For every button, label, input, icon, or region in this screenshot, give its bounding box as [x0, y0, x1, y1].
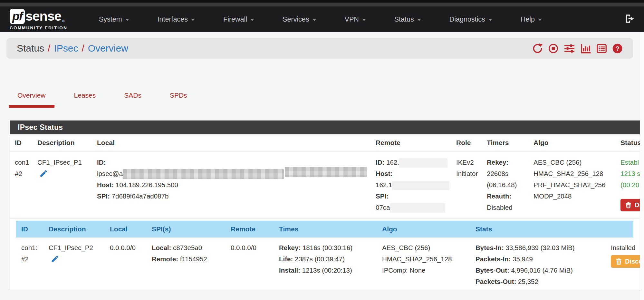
col-algo: Algo — [382, 225, 476, 233]
chevron-down-icon — [191, 19, 195, 21]
breadcrumb: Status / IPsec / Overview — [17, 43, 128, 54]
cell-description: CF1_IPsec_P2 — [49, 242, 110, 287]
pfsense-ipsec-status-page: pf sense ® COMMUNITY EDITION System Inte… — [0, 0, 644, 300]
logo-sense-text: sense — [25, 9, 61, 24]
panel-title: IPsec Status — [10, 121, 644, 134]
logo-registered-mark: ® — [62, 19, 64, 23]
phase2-row: con1:#2 CF1_IPsec_P2 0.0.0.0/0 Local: c8… — [16, 237, 644, 290]
breadcrumb-separator: / — [82, 43, 84, 54]
window-top-strip-2 — [0, 3, 644, 6]
tab-spds[interactable]: SPDs — [161, 92, 196, 108]
cell-role: IKEv2Initiator — [456, 157, 487, 213]
col-algo: Algo — [533, 139, 620, 147]
phase1-table-header: ID Description Local Remote Role Timers … — [10, 134, 644, 151]
cell-timers: Rekey: 22608s (06:16:48) Reauth: Disable… — [487, 157, 533, 213]
col-role: Role — [456, 139, 487, 147]
menu-services[interactable]: Services — [283, 15, 316, 24]
cell-algo: AES_CBC (256) HMAC_SHA2_256_128 IPComp: … — [382, 242, 476, 287]
col-spis: SPI(s) — [152, 225, 231, 233]
pfsense-logo[interactable]: pf sense ® COMMUNITY EDITION — [10, 9, 67, 30]
col-remote: Remote — [231, 225, 279, 233]
cell-local: 0.0.0.0/0 — [110, 242, 152, 287]
main-menu: System Interfaces Firewall Services VPN … — [99, 15, 542, 24]
phase2-table-header: ID Description Local SPI(s) Remote Times… — [16, 221, 633, 237]
edit-pencil-icon[interactable] — [39, 169, 48, 178]
menu-system[interactable]: System — [99, 15, 129, 24]
tab-overview[interactable]: Overview — [9, 92, 54, 108]
redacted-block — [392, 181, 449, 190]
cell-id: con1:#2 — [21, 242, 49, 287]
chevron-down-icon — [125, 19, 129, 21]
col-id: ID — [15, 139, 37, 147]
cell-remote: 0.0.0.0/0 — [231, 242, 279, 287]
help-icon[interactable]: ? — [612, 43, 623, 54]
menu-vpn[interactable]: VPN — [345, 15, 366, 24]
cell-id: con1#2 — [15, 157, 37, 213]
cell-stats: Bytes-In: 33,586,939 (32.03 MiB) Packets… — [476, 242, 611, 287]
cell-spis: Local: c873e5a0 Remote: f1154952 — [152, 242, 231, 287]
col-stats: Stats — [476, 225, 611, 233]
cell-times: Rekey: 1816s (00:30:16) Life: 2387s (00:… — [279, 242, 382, 287]
phase1-row: con1#2 CF1_IPsec_P1 ID: ipsec@a Host: 10… — [10, 151, 644, 218]
col-id: ID — [21, 225, 49, 233]
cell-description: CF1_IPsec_P1 — [37, 157, 97, 213]
menu-status[interactable]: Status — [394, 15, 421, 24]
breadcrumb-link-ipsec[interactable]: IPsec — [54, 43, 78, 54]
svg-text:?: ? — [615, 45, 619, 52]
tab-leases[interactable]: Leases — [65, 92, 105, 108]
phase2-section: ID Description Local SPI(s) Remote Times… — [10, 218, 644, 290]
col-local: Local — [97, 139, 376, 147]
menu-help[interactable]: Help — [521, 15, 542, 24]
chevron-down-icon — [362, 19, 366, 21]
redacted-block — [285, 167, 367, 177]
sub-tabs: Overview Leases SADs SPDs — [9, 92, 644, 108]
breadcrumb-bar: Status / IPsec / Overview — [6, 38, 633, 59]
trash-icon — [625, 202, 632, 208]
menu-firewall[interactable]: Firewall — [223, 15, 254, 24]
ipsec-status-panel: IPsec Status ID Description Local Remote… — [10, 120, 644, 290]
logo-pf-mark: pf — [10, 9, 25, 24]
disconnect-p2-button[interactable]: Disco — [611, 255, 644, 268]
redacted-block — [123, 169, 284, 179]
filter-sliders-icon[interactable] — [564, 43, 575, 54]
col-description: Description — [37, 139, 97, 147]
status-installed: Installed — [611, 242, 644, 253]
col-remote: Remote — [376, 139, 456, 147]
navbar: pf sense ® COMMUNITY EDITION System Inte… — [0, 6, 644, 32]
breadcrumb-separator: / — [48, 43, 50, 54]
breadcrumb-section: Status — [17, 43, 44, 54]
cell-local: ID: ipsec@a Host: 104.189.226.195:500 SP… — [97, 157, 376, 213]
window-top-strip — [0, 0, 644, 3]
scrollbar-track[interactable] — [640, 32, 644, 300]
edit-pencil-icon[interactable] — [51, 255, 59, 263]
stop-icon[interactable] — [548, 43, 559, 54]
cell-algo: AES_CBC (256) HMAC_SHA2_256_128 PRF_HMAC… — [533, 157, 620, 213]
bar-chart-icon[interactable] — [580, 43, 591, 54]
col-times: Times — [279, 225, 382, 233]
refresh-icon[interactable] — [532, 43, 543, 54]
chevron-down-icon — [538, 19, 542, 21]
menu-interfaces[interactable]: Interfaces — [158, 15, 195, 24]
chevron-down-icon — [417, 19, 421, 21]
cell-remote: ID: 162. Host: 162.1 SPI: 07ca — [376, 157, 456, 213]
redacted-block — [399, 158, 447, 168]
chevron-down-icon — [250, 19, 254, 21]
col-local: Local — [110, 225, 152, 233]
status-logs-icon[interactable] — [596, 43, 607, 54]
col-timers: Timers — [487, 139, 533, 147]
logo-edition-text: COMMUNITY EDITION — [10, 25, 67, 30]
breadcrumb-link-overview[interactable]: Overview — [88, 43, 128, 54]
cell-status: Installed Disco — [611, 242, 644, 287]
chevron-down-icon — [488, 19, 492, 21]
trash-icon — [615, 258, 622, 265]
page-action-icons: ? — [532, 43, 623, 54]
menu-diagnostics[interactable]: Diagnostics — [449, 15, 492, 24]
col-description: Description — [49, 225, 110, 233]
logout-icon[interactable] — [625, 14, 635, 25]
tab-sads[interactable]: SADs — [115, 92, 150, 108]
chevron-down-icon — [312, 19, 316, 21]
redacted-block — [390, 203, 445, 213]
